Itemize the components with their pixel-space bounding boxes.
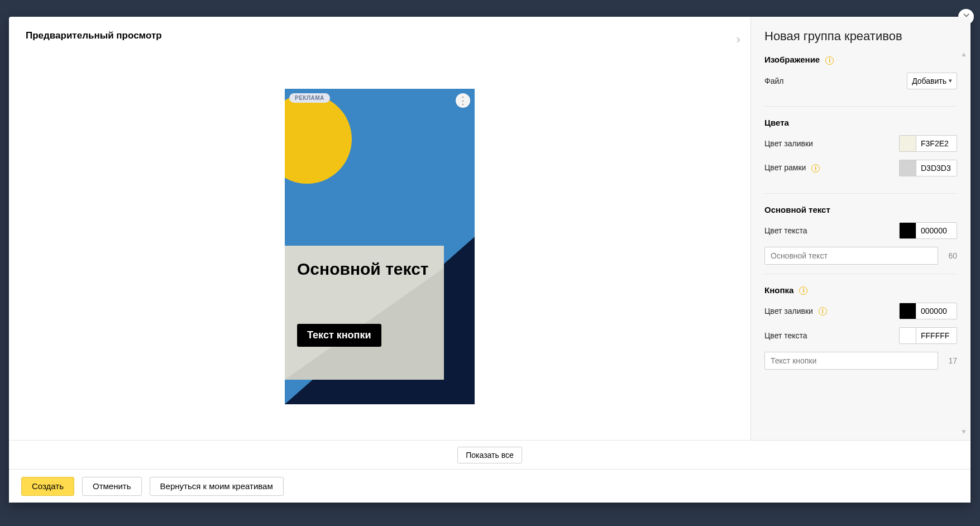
- fill-color-swatch[interactable]: [900, 136, 916, 151]
- button-fill-row: Цвет заливки i: [764, 303, 957, 319]
- button-text-color-row: Цвет текста: [764, 327, 957, 344]
- button-fill-label-text: Цвет заливки: [764, 307, 813, 315]
- border-color-input[interactable]: [916, 160, 957, 176]
- button-fill-input[interactable]: [916, 303, 957, 319]
- button-fill-swatch[interactable]: [900, 303, 916, 319]
- cancel-button[interactable]: Отменить: [82, 477, 142, 496]
- add-file-label: Добавить: [912, 76, 946, 85]
- image-section-title-text: Изображение: [764, 55, 820, 64]
- border-color-label-text: Цвет рамки: [764, 163, 806, 172]
- add-file-button[interactable]: Добавить ▾: [907, 73, 957, 89]
- scroll-up-indicator: ▲: [960, 50, 967, 57]
- button-section: Кнопка i Цвет заливки i: [764, 274, 957, 379]
- modal-body: Предварительный просмотр › Основной текс…: [9, 17, 971, 440]
- maintext-section-title: Основной текст: [764, 205, 957, 214]
- maintext-input-row: 60: [764, 247, 957, 265]
- button-section-title-text: Кнопка: [764, 285, 793, 295]
- fill-color-label: Цвет заливки: [764, 139, 813, 148]
- button-section-title: Кнопка i: [764, 285, 957, 295]
- info-icon[interactable]: i: [811, 164, 820, 173]
- chevron-down-icon: ▾: [949, 77, 952, 84]
- chevron-right-icon: ›: [737, 32, 740, 46]
- button-text-color-swatch[interactable]: [900, 328, 916, 343]
- settings-title: Новая группа креативов: [751, 17, 971, 55]
- banner-circle-shape: [285, 94, 352, 184]
- button-text-counter: 17: [944, 356, 957, 365]
- fill-color-input[interactable]: [916, 136, 957, 151]
- button-text-input[interactable]: [764, 352, 938, 370]
- colors-section: Цвета Цвет заливки Цвет рамки i: [764, 106, 957, 193]
- button-fill-control[interactable]: [899, 303, 957, 319]
- banner-cta-button[interactable]: Текст кнопки: [297, 324, 381, 347]
- info-icon[interactable]: i: [825, 56, 834, 65]
- file-label: Файл: [764, 76, 783, 85]
- ad-banner-preview: Основной текст Текст кнопки РЕКЛАМА ⋮: [285, 89, 475, 404]
- info-icon[interactable]: i: [819, 307, 827, 315]
- text-color-swatch[interactable]: [900, 223, 916, 238]
- maintext-input[interactable]: [764, 247, 938, 265]
- text-color-input[interactable]: [916, 223, 957, 238]
- preview-title: Предварительный просмотр: [26, 30, 162, 41]
- button-text-color-control[interactable]: [899, 327, 957, 344]
- file-row: Файл Добавить ▾: [764, 73, 957, 89]
- modal-footer: Создать Отменить Вернуться к моим креати…: [9, 469, 971, 503]
- scroll-down-indicator: ▼: [960, 428, 967, 434]
- maintext-counter: 60: [944, 251, 957, 260]
- text-color-label: Цвет текста: [764, 226, 807, 235]
- preview-panel: Предварительный просмотр › Основной текс…: [9, 17, 751, 440]
- info-icon[interactable]: i: [799, 286, 807, 295]
- banner-main-text: Основной текст: [297, 259, 432, 279]
- colors-section-title: Цвета: [764, 118, 957, 127]
- button-text-input-row: 17: [764, 352, 957, 370]
- border-color-row: Цвет рамки i: [764, 160, 957, 176]
- back-to-creatives-button[interactable]: Вернуться к моим креативам: [150, 477, 284, 496]
- image-section-title: Изображение i: [764, 55, 957, 65]
- maintext-section: Основной текст Цвет текста 60: [764, 193, 957, 274]
- middle-bar: Показать все: [9, 440, 971, 469]
- creative-editor-modal: ✕ Предварительный просмотр › Основной те…: [9, 17, 971, 503]
- button-text-color-label: Цвет текста: [764, 331, 807, 340]
- preview-next-button[interactable]: ›: [737, 32, 740, 47]
- border-color-control[interactable]: [899, 160, 957, 176]
- dots-vertical-icon: ⋮: [458, 95, 468, 106]
- button-text-color-input[interactable]: [916, 328, 957, 343]
- banner-menu-button[interactable]: ⋮: [456, 93, 470, 108]
- fill-color-control[interactable]: [899, 135, 957, 152]
- settings-panel: Новая группа креативов ▲ Изображение i Ф…: [751, 17, 971, 440]
- border-color-swatch[interactable]: [900, 160, 916, 176]
- image-section: Изображение i Файл Добавить ▾: [764, 55, 957, 106]
- preview-stage: Основной текст Текст кнопки РЕКЛАМА ⋮: [9, 47, 750, 440]
- fill-color-row: Цвет заливки: [764, 135, 957, 152]
- border-color-label: Цвет рамки i: [764, 163, 820, 173]
- preview-header: Предварительный просмотр: [9, 17, 750, 47]
- settings-scroll[interactable]: Изображение i Файл Добавить ▾ Цвета Ц: [751, 55, 971, 440]
- button-fill-label: Цвет заливки i: [764, 307, 827, 316]
- text-color-control[interactable]: [899, 222, 957, 239]
- text-color-row: Цвет текста: [764, 222, 957, 239]
- show-all-button[interactable]: Показать все: [457, 447, 522, 463]
- create-button[interactable]: Создать: [21, 477, 74, 496]
- banner-text-card: Основной текст Текст кнопки: [285, 246, 444, 380]
- ad-badge: РЕКЛАМА: [289, 93, 330, 103]
